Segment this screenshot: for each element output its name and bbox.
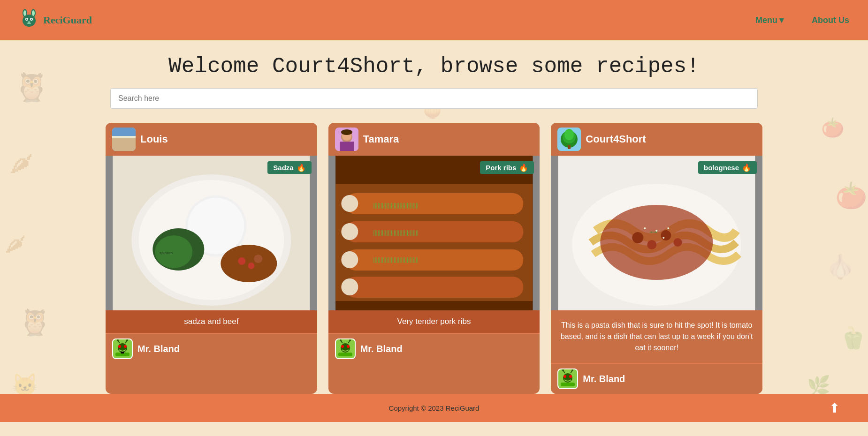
svg-point-40 (124, 345, 127, 348)
svg-point-78 (564, 129, 574, 140)
svg-text:••••••: •••••• (650, 230, 658, 234)
svg-text:||||||||||||||||||||||||||||||: ||||||||||||||||||||||||||||||| (373, 256, 419, 263)
svg-text:spinach: spinach (160, 251, 173, 255)
svg-rect-24 (112, 136, 136, 138)
footer-copyright: Copyright © 2023 ReciGuard (299, 404, 570, 412)
welcome-heading: Welcome Court4Short, browse some recipes… (28, 40, 840, 88)
svg-point-34 (238, 257, 245, 265)
footer: Copyright © 2023 ReciGuard ⬆ (0, 394, 868, 422)
svg-rect-22 (112, 137, 136, 151)
flame-icon-1: 🔥 (297, 163, 306, 172)
flame-icon-3: 🔥 (742, 163, 751, 172)
svg-rect-57 (345, 249, 523, 271)
card-bottom-user-2: Mr. Bland (328, 333, 540, 364)
svg-point-51 (341, 129, 352, 135)
logo-text: ReciGuard (43, 14, 92, 26)
svg-point-82 (601, 205, 713, 280)
recipe-tag-3: bolognese 🔥 (698, 161, 757, 174)
nav: Menu ▾ About Us (755, 15, 849, 25)
recipe-title-1: sadza and beef (106, 310, 317, 333)
bottom-user-name-3: Mr. Bland (583, 374, 625, 384)
bottom-user-name-2: Mr. Bland (360, 344, 403, 354)
svg-point-39 (118, 345, 121, 348)
svg-point-84 (647, 240, 657, 249)
bottom-avatar-3 (557, 368, 578, 389)
svg-point-44 (126, 339, 128, 341)
recipe-card-3[interactable]: Court4Short (551, 123, 762, 394)
about-us-link[interactable]: About Us (812, 15, 849, 25)
recipe-card-1[interactable]: Louis spinach (106, 123, 317, 394)
svg-point-36 (254, 255, 262, 263)
svg-point-35 (248, 263, 254, 269)
user-avatar-court4short (557, 128, 581, 151)
svg-text:||||||||||||||||||||||||||||||: ||||||||||||||||||||||||||||||| (373, 229, 419, 236)
svg-point-72 (340, 339, 342, 341)
svg-point-65 (341, 278, 358, 295)
svg-point-4 (23, 15, 36, 27)
svg-point-68 (341, 345, 344, 348)
bottom-avatar-2 (335, 338, 356, 359)
svg-point-95 (569, 375, 572, 378)
menu-button[interactable]: Menu ▾ (755, 15, 784, 25)
svg-point-89 (668, 227, 670, 229)
svg-rect-46 (121, 352, 124, 353)
svg-rect-56 (345, 221, 523, 242)
svg-rect-79 (568, 145, 571, 149)
user-avatar-louis (112, 128, 136, 151)
svg-point-73 (349, 339, 351, 341)
recipe-card-2[interactable]: Tamara ||||||||||||||||||||||||||||| (328, 123, 540, 394)
logo[interactable]: ReciGuard (19, 8, 92, 32)
svg-rect-58 (345, 277, 523, 298)
svg-point-3 (32, 10, 35, 16)
card-user-header-1: Louis (106, 123, 317, 156)
user-name-louis: Louis (140, 133, 168, 145)
svg-point-90 (663, 237, 665, 239)
svg-point-87 (644, 227, 646, 229)
bottom-avatar-1 (112, 338, 133, 359)
scroll-to-top-button[interactable]: ⬆ (829, 400, 840, 416)
recipe-image-3: •••••• bolognese 🔥 (551, 156, 762, 310)
svg-point-33 (221, 245, 277, 282)
svg-text:||||||||||||||||||||||||||||||: ||||||||||||||||||||||||||||||| (373, 202, 419, 209)
header: ReciGuard Menu ▾ About Us (0, 0, 868, 40)
svg-point-7 (26, 19, 28, 20)
search-input[interactable] (110, 88, 758, 109)
svg-point-98 (562, 369, 564, 371)
user-name-tamara: Tamara (363, 133, 399, 145)
svg-rect-74 (338, 353, 352, 356)
svg-point-9 (28, 22, 30, 23)
invader-icon-2 (336, 339, 355, 358)
svg-point-2 (23, 10, 26, 16)
card-user-header-2: Tamara (328, 123, 540, 156)
svg-point-94 (563, 375, 566, 378)
search-container (110, 88, 758, 109)
card-bottom-user-3: Mr. Bland (551, 363, 762, 394)
svg-rect-55 (345, 193, 523, 214)
recipe-image-1: spinach Sadza 🔥 (106, 156, 317, 310)
card-bottom-user-1: Mr. Bland (106, 333, 317, 364)
invader-icon-3 (558, 369, 577, 388)
svg-point-62 (341, 195, 358, 212)
recipe-tag-2: Pork ribs 🔥 (480, 161, 534, 174)
svg-rect-100 (561, 383, 575, 386)
svg-point-83 (632, 232, 644, 243)
main-content: Welcome Court4Short, browse some recipes… (0, 40, 868, 394)
recipe-tag-1: Sadza 🔥 (267, 161, 311, 174)
cards-grid: Louis spinach (106, 123, 762, 394)
svg-rect-49 (340, 142, 354, 151)
invader-icon-1 (113, 339, 132, 358)
flame-icon-2: 🔥 (519, 163, 528, 172)
bottom-user-name-1: Mr. Bland (137, 344, 180, 354)
logo-r: R (43, 14, 51, 26)
menu-dropdown-icon: ▾ (779, 15, 784, 25)
svg-point-69 (347, 345, 350, 348)
svg-point-99 (571, 369, 573, 371)
svg-point-86 (674, 238, 682, 247)
card-user-header-3: Court4Short (551, 123, 762, 156)
svg-point-64 (341, 251, 358, 268)
svg-point-63 (341, 223, 358, 240)
svg-point-85 (661, 230, 671, 241)
logo-icon (19, 8, 39, 32)
svg-point-43 (117, 339, 119, 341)
recipe-title-2: Very tender pork ribs (328, 310, 540, 333)
